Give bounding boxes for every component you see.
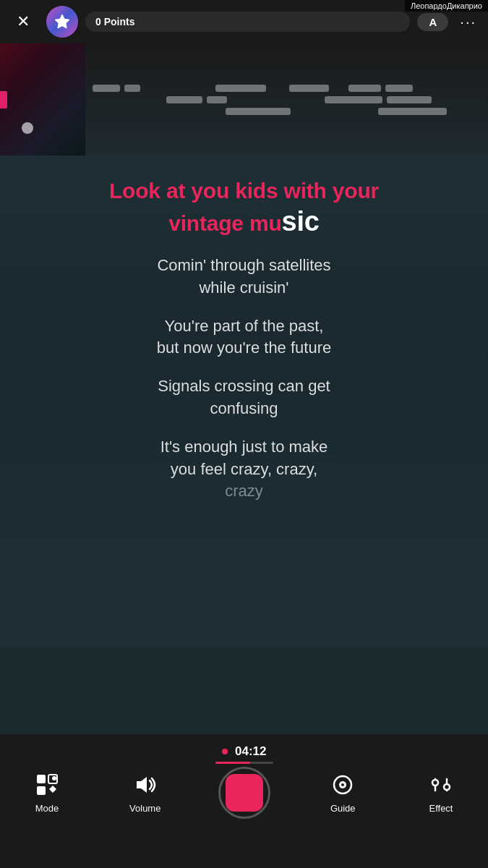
- lyric-verse1-line1: Comin' through satellites: [157, 255, 330, 277]
- record-btn-inner: [226, 774, 263, 812]
- effect-control[interactable]: Effect: [416, 771, 466, 814]
- guide-icon: [329, 771, 356, 799]
- lyric-line2-plain: vintage mu: [168, 211, 281, 235]
- mode-label: Mode: [35, 803, 59, 814]
- effect-icon: [427, 771, 455, 799]
- volume-icon: [132, 771, 159, 799]
- svg-marker-0: [55, 14, 69, 28]
- guide-control[interactable]: Guide: [317, 771, 368, 814]
- lyric-verse2: You're part of the past, but now you're …: [157, 315, 331, 360]
- volume-control[interactable]: Volume: [120, 771, 171, 814]
- bottom-bar: 04:12 Mode: [0, 734, 488, 868]
- more-icon: ···: [460, 14, 476, 30]
- volume-label: Volume: [129, 803, 160, 814]
- timer-progress-bar: [215, 762, 273, 764]
- visualizer: [0, 43, 488, 156]
- lyric-verse4: It's enough just to make you feel crazy,…: [160, 436, 328, 503]
- controls-row: Mode Volume: [0, 771, 488, 819]
- lyric-verse2-line1: You're part of the past,: [157, 315, 331, 338]
- viz-row-2: [93, 96, 474, 103]
- mode-control[interactable]: Mode: [22, 771, 72, 814]
- lyric-verse2-line2: but now you're the future: [157, 337, 331, 359]
- svg-point-11: [432, 780, 438, 786]
- lyric-verse1: Comin' through satellites while cruisin': [157, 255, 330, 299]
- letter-badge: A: [417, 13, 448, 31]
- lyric-verse4-line2: you feel crazy, crazy,: [160, 459, 328, 481]
- svg-rect-1: [37, 775, 46, 783]
- record-button[interactable]: [218, 767, 270, 819]
- lyric-current-line1: Look at you kids with your: [109, 177, 379, 205]
- svg-rect-3: [37, 786, 46, 795]
- svg-point-13: [444, 784, 450, 790]
- more-button[interactable]: ···: [460, 14, 476, 30]
- viz-pink-bar: [0, 91, 7, 109]
- timer-text: 04:12: [235, 744, 266, 758]
- lyric-verse3-line2: confusing: [158, 398, 330, 420]
- mode-icon: [33, 771, 61, 799]
- timer-section: 04:12: [215, 744, 273, 764]
- svg-marker-6: [137, 777, 147, 793]
- lyric-current-line2: vintage music: [109, 205, 379, 239]
- points-text: 0 Points: [95, 16, 134, 27]
- lyric-current-block: Look at you kids with your vintage music: [109, 177, 379, 239]
- lyric-verse3-line1: Signals crossing can get: [158, 375, 330, 398]
- lyric-verse3: Signals crossing can get confusing: [158, 375, 330, 420]
- points-bar: 0 Points: [85, 12, 410, 32]
- star-icon: [53, 13, 71, 30]
- timer-progress-fill: [215, 762, 250, 764]
- guide-label: Guide: [330, 803, 356, 814]
- lyric-line2-bold: sic: [282, 206, 320, 237]
- record-btn-outer: [218, 767, 270, 819]
- viz-left-panel: [0, 43, 85, 156]
- close-button[interactable]: ✕: [12, 10, 35, 33]
- lyric-verse4-line3: crazy: [160, 480, 328, 503]
- svg-point-5: [52, 776, 56, 780]
- lyrics-area: Look at you kids with your vintage music…: [0, 156, 488, 647]
- svg-point-9: [341, 783, 344, 786]
- close-icon: ✕: [17, 14, 30, 30]
- username-bar: ЛеопардоДикаприо: [405, 0, 488, 12]
- lyric-verse1-line2: while cruisin': [157, 277, 330, 299]
- score-section: 0 Points A: [46, 6, 448, 38]
- svg-marker-4: [49, 786, 56, 793]
- viz-row-1: [93, 85, 474, 92]
- effect-label: Effect: [429, 803, 453, 814]
- star-icon-wrap: [46, 6, 78, 38]
- timer-dot: [222, 749, 228, 754]
- viz-dot: [22, 122, 33, 134]
- viz-bars: [85, 43, 488, 156]
- lyric-verse4-line1: It's enough just to make: [160, 436, 328, 459]
- viz-row-3: [93, 108, 474, 115]
